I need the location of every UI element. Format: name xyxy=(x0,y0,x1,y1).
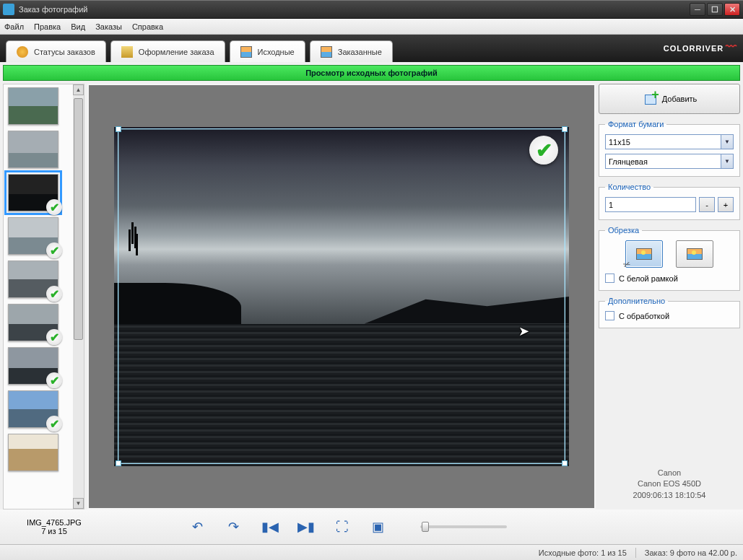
next-photo-button[interactable]: ▶▮ xyxy=(297,518,315,535)
thumbnail[interactable]: ✔ xyxy=(8,174,58,211)
tab-ordered[interactable]: Заказанные xyxy=(310,40,393,62)
add-button[interactable]: Добавить xyxy=(599,84,740,114)
menu-edit[interactable]: Правка xyxy=(34,22,61,31)
selected-check-icon: ✔ xyxy=(529,136,558,165)
quantity-input[interactable]: 1 xyxy=(605,197,696,212)
crop-handle-se[interactable] xyxy=(562,460,568,466)
menu-file[interactable]: Файл xyxy=(4,22,24,31)
thumbnail[interactable] xyxy=(8,87,58,125)
extra-legend: Дополнительно xyxy=(605,297,668,305)
status-icon xyxy=(17,46,28,58)
rotate-ccw-button[interactable]: ↶ xyxy=(189,518,207,535)
toolbar: Статусы заказов Оформление заказа Исходн… xyxy=(0,35,743,62)
file-index: 7 из 15 xyxy=(7,527,101,535)
order-icon xyxy=(121,46,133,58)
check-icon: ✔ xyxy=(46,372,62,388)
paper-finish-select[interactable]: Глянцевая ▼ xyxy=(605,154,734,169)
thumbnail[interactable]: ✔ xyxy=(8,390,58,428)
preview-pane: ✔ ➤ xyxy=(87,84,596,509)
crop-frame[interactable] xyxy=(118,128,565,464)
check-icon: ✔ xyxy=(46,286,62,302)
extra-group: Дополнительно С обработкой xyxy=(599,297,740,328)
check-icon: ✔ xyxy=(46,242,62,258)
cursor-icon: ➤ xyxy=(518,323,529,339)
add-label: Добавить xyxy=(662,95,698,103)
window-title: Заказ фотографий xyxy=(19,5,690,14)
quantity-decrement[interactable]: - xyxy=(699,197,715,212)
tab-source[interactable]: Исходные xyxy=(230,40,305,62)
thumbnail-scrollbar[interactable]: ▲ ▼ xyxy=(73,84,84,509)
preview-footer: IMG_4765.JPG 7 из 15 ↶ ↷ ▮◀ ▶▮ ⛶ ▣ xyxy=(0,509,743,544)
filename-block: IMG_4765.JPG 7 из 15 xyxy=(7,518,101,535)
tab-statuses[interactable]: Статусы заказов xyxy=(6,40,106,62)
scroll-down-button[interactable]: ▼ xyxy=(73,498,84,509)
statusbar: Исходные фото: 1 из 15 Заказ: 9 фото на … xyxy=(0,544,743,560)
section-banner: Просмотр исходных фотографий xyxy=(3,65,740,81)
crop-handle-ne[interactable] xyxy=(562,126,568,132)
tab-label: Статусы заказов xyxy=(34,48,95,56)
app-icon xyxy=(3,4,14,15)
processing-checkbox[interactable] xyxy=(605,311,614,320)
thumbnail-strip: ✔✔✔✔✔✔ ▲ ▼ xyxy=(3,84,84,509)
thumbnail[interactable]: ✔ xyxy=(8,261,58,298)
dropdown-icon: ▼ xyxy=(721,154,733,168)
add-photo-icon xyxy=(642,92,656,106)
thumbnail[interactable]: ✔ xyxy=(8,217,58,255)
paper-format-legend: Формат бумаги xyxy=(605,120,666,128)
crop-handle-sw[interactable] xyxy=(116,460,121,466)
crop-mode-cut[interactable]: ✂ xyxy=(625,240,663,268)
actual-size-button[interactable]: ▣ xyxy=(370,518,387,535)
menu-help[interactable]: Справка xyxy=(132,22,163,31)
white-frame-label: С белой рамкой xyxy=(619,274,678,283)
quantity-legend: Количество xyxy=(605,183,653,191)
maximize-button[interactable]: ☐ xyxy=(707,3,723,16)
check-icon: ✔ xyxy=(46,416,62,432)
thumbnail[interactable] xyxy=(8,131,58,168)
crop-legend: Обрезка xyxy=(605,226,642,235)
dropdown-icon: ▼ xyxy=(721,135,733,149)
paper-size-select[interactable]: 11x15 ▼ xyxy=(605,134,734,149)
rotate-cw-button[interactable]: ↷ xyxy=(225,518,243,535)
preview-stage[interactable]: ✔ ➤ xyxy=(89,85,594,508)
scroll-up-button[interactable]: ▲ xyxy=(73,84,84,95)
brand-logo: COLORRIVER〰 xyxy=(661,35,740,62)
thumbnail[interactable] xyxy=(8,434,58,471)
crop-handle-nw[interactable] xyxy=(116,126,121,132)
processing-label: С обработкой xyxy=(619,312,669,320)
filename: IMG_4765.JPG xyxy=(7,518,101,527)
quantity-group: Количество 1 - + xyxy=(599,183,740,220)
ordered-icon xyxy=(321,46,332,58)
menubar: Файл Правка Вид Заказы Справка xyxy=(0,19,743,35)
paper-format-group: Формат бумаги 11x15 ▼ Глянцевая ▼ xyxy=(599,120,740,177)
tab-label: Оформление заказа xyxy=(139,48,214,56)
tab-label: Заказанные xyxy=(338,48,382,56)
tab-checkout[interactable]: Оформление заказа xyxy=(110,40,225,62)
options-panel: Добавить Формат бумаги 11x15 ▼ Глянцевая… xyxy=(599,84,740,509)
quantity-increment[interactable]: + xyxy=(718,197,734,212)
status-order: Заказ: 9 фото на 42.00 р. xyxy=(645,548,737,557)
status-source-count: Исходные фото: 1 из 15 xyxy=(539,548,627,557)
camera-info: Canon Canon EOS 450D 2009:06:13 18:10:54 xyxy=(599,468,740,501)
white-frame-checkbox[interactable] xyxy=(605,274,614,283)
crop-group: Обрезка ✂ С белой рамкой xyxy=(599,226,740,291)
zoom-slider[interactable] xyxy=(420,525,507,528)
menu-orders[interactable]: Заказы xyxy=(95,22,122,31)
crop-mode-fit[interactable] xyxy=(676,240,713,268)
tab-label: Исходные xyxy=(258,48,295,56)
check-icon: ✔ xyxy=(46,329,62,345)
menu-view[interactable]: Вид xyxy=(71,22,85,31)
close-button[interactable]: ✕ xyxy=(724,3,740,16)
source-icon xyxy=(240,46,252,58)
thumbnail[interactable]: ✔ xyxy=(8,347,58,385)
thumbnail[interactable]: ✔ xyxy=(8,304,58,341)
minimize-button[interactable]: ─ xyxy=(690,3,705,16)
titlebar: Заказ фотографий ─ ☐ ✕ xyxy=(0,0,743,19)
scissors-icon: ✂ xyxy=(622,259,632,271)
check-icon: ✔ xyxy=(46,199,62,215)
prev-photo-button[interactable]: ▮◀ xyxy=(261,518,279,535)
fit-screen-button[interactable]: ⛶ xyxy=(334,518,351,535)
